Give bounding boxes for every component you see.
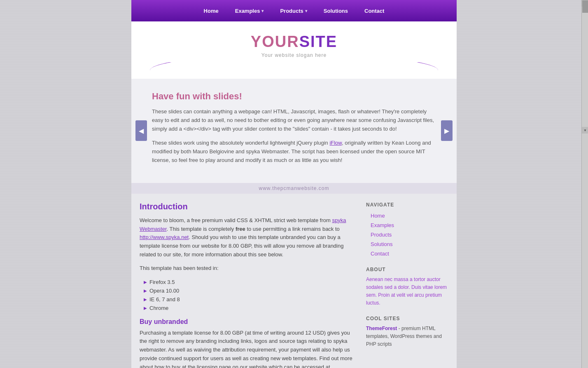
nav-bar: Home Examples ▾ Products ▾ Solutions Con… <box>131 0 457 21</box>
watermark-text: www.thepcmanwebsite.com <box>259 185 329 191</box>
list-item: ▶ IE 6, 7 and 8 <box>144 295 358 304</box>
iflow-link[interactable]: iFlow <box>329 140 342 146</box>
site-title: YOURSITE <box>131 33 457 51</box>
nav-home[interactable]: Home <box>196 1 227 21</box>
slider-paragraph2: These slides work using the absolutely w… <box>152 139 436 164</box>
sidebar-navigate-section: NAVIGATE Home Examples Products Solution… <box>366 202 448 258</box>
spyka-net-link[interactable]: http://www.spyka.net <box>140 234 189 240</box>
list-item: ▶ Firefox 3.5 <box>144 278 358 286</box>
list-item: ▶ Opera 10.00 <box>144 286 358 295</box>
nav-contact[interactable]: Contact <box>356 1 392 21</box>
buy-unbranded-heading: Buy unbranded <box>140 318 358 326</box>
sidebar-examples-link[interactable]: Examples <box>366 220 448 230</box>
site-header: YOURSITE Your website slogan here <box>131 21 457 62</box>
slider-para2-before: These slides work using the absolutely w… <box>152 140 329 146</box>
sidebar-contact-link[interactable]: Contact <box>366 249 448 258</box>
nav-products[interactable]: Products ▾ <box>272 1 315 21</box>
content-right: NAVIGATE Home Examples Products Solution… <box>362 202 453 368</box>
sidebar-cool-sites-section: COOL SITES ThemeForest - premium HTML te… <box>366 316 448 349</box>
nav-solutions[interactable]: Solutions <box>315 1 356 21</box>
cool-sites-label: COOL SITES <box>366 316 448 321</box>
bullet-arrow-icon: ▶ <box>144 297 147 302</box>
buy-unbranded-text: Purchasing a template license for 8.00 G… <box>140 329 358 368</box>
main-nav: Home Examples ▾ Products ▾ Solutions Con… <box>196 1 393 21</box>
about-label: ABOUT <box>366 267 448 272</box>
about-text: Aenean nec massa a tortor auctor sodales… <box>366 276 448 307</box>
nav-examples[interactable]: Examples ▾ <box>227 1 272 21</box>
watermark-bar: www.thepcmanwebsite.com <box>131 183 457 194</box>
site-slogan: Your website slogan here <box>131 52 457 58</box>
slider-heading: Have fun with slides! <box>152 91 436 102</box>
themeforest-link[interactable]: ThemeForest <box>366 326 397 331</box>
sidebar-solutions-link[interactable]: Solutions <box>366 239 448 249</box>
examples-chevron-icon: ▾ <box>261 9 264 13</box>
arch-decoration <box>131 62 457 79</box>
site-title-your: YOUR <box>251 33 299 50</box>
scrollbar: ▲ ▼ <box>581 0 588 368</box>
intro-heading: Introduction <box>140 202 358 211</box>
arch-line <box>150 62 438 79</box>
site-title-site: SITE <box>299 33 337 50</box>
free-bold: free <box>236 226 245 232</box>
main-content: Introduction Welcome to bloom, a free pr… <box>131 194 457 368</box>
content-left: Introduction Welcome to bloom, a free pr… <box>135 202 362 368</box>
products-chevron-icon: ▾ <box>305 9 307 13</box>
navigate-label: NAVIGATE <box>366 202 448 208</box>
scrollbar-thumb[interactable] <box>582 0 588 13</box>
bullet-arrow-icon: ▶ <box>144 288 147 293</box>
chevron-left-icon: ◀ <box>139 127 144 135</box>
intro-paragraph1: Welcome to bloom, a free premium valid C… <box>140 216 358 259</box>
slider-content: Have fun with slides! These slides can c… <box>152 91 436 165</box>
list-item: ▶ Chrome <box>144 304 358 312</box>
browser-list: ▶ Firefox 3.5 ▶ Opera 10.00 ▶ IE 6, 7 an… <box>140 278 358 312</box>
slider-next-button[interactable]: ▶ <box>441 120 453 141</box>
bullet-arrow-icon: ▶ <box>144 280 147 284</box>
slider-section: ◀ ▶ Have fun with slides! These slides c… <box>131 79 457 183</box>
slider-paragraph1: These slides can contain anything a webp… <box>152 108 436 133</box>
sidebar-about-section: ABOUT Aenean nec massa a tortor auctor s… <box>366 267 448 307</box>
sidebar-products-link[interactable]: Products <box>366 230 448 239</box>
sidebar-nav: Home Examples Products Solutions Contact <box>366 211 448 258</box>
scroll-down-button[interactable]: ▼ <box>582 127 588 134</box>
slider-prev-button[interactable]: ◀ <box>135 120 147 141</box>
bullet-arrow-icon: ▶ <box>144 306 147 310</box>
tested-label: This template has been tested in: <box>140 264 358 273</box>
chevron-right-icon: ▶ <box>444 127 449 135</box>
sidebar-home-link[interactable]: Home <box>366 211 448 220</box>
